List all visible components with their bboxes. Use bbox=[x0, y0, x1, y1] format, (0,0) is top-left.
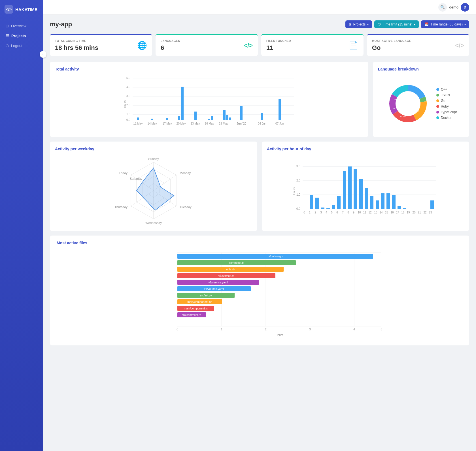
svg-text:11: 11 bbox=[363, 211, 366, 214]
svg-text:main/component.js: main/component.js bbox=[184, 307, 208, 310]
radar-chart-container: Sunday Monday Tuesday Wednesday Thursday… bbox=[55, 155, 252, 226]
svg-text:Monday: Monday bbox=[180, 171, 191, 175]
sidebar-overview-label: Overview bbox=[11, 24, 26, 28]
timerange-chevron: ▾ bbox=[464, 23, 466, 26]
svg-rect-26 bbox=[279, 99, 281, 120]
time-limit-button[interactable]: ⏱ Time limit (15 mins) ▾ bbox=[374, 20, 419, 28]
sidebar-projects-label: Projects bbox=[11, 34, 26, 38]
sidebar-item-projects[interactable]: ☰ Projects bbox=[0, 31, 43, 41]
svg-text:3: 3 bbox=[309, 328, 311, 331]
radar-svg: Sunday Monday Tuesday Wednesday Thursday… bbox=[111, 154, 196, 227]
svg-text:3: 3 bbox=[320, 211, 322, 214]
stat-card-active-lang: MOST ACTIVE LANGUAGE Go </> bbox=[367, 34, 469, 56]
files-svg: ui/button.go commons.ts utils.rb v1/serv… bbox=[57, 250, 462, 337]
total-activity-svg: 5.0 4.0 3.0 2.0 1.0 0.0 Hours bbox=[55, 75, 363, 126]
svg-text:13: 13 bbox=[374, 211, 377, 214]
svg-text:src/controller.rb: src/controller.rb bbox=[182, 313, 201, 317]
svg-text:1.0: 1.0 bbox=[126, 113, 130, 116]
svg-text:11 May: 11 May bbox=[133, 122, 143, 125]
svg-rect-87 bbox=[370, 196, 373, 209]
svg-text:src/init.py: src/init.py bbox=[200, 294, 212, 297]
coding-time-value: 18 hrs 56 mins bbox=[55, 44, 98, 52]
legend-go: Go bbox=[436, 99, 457, 103]
svg-text:Wednesday: Wednesday bbox=[145, 221, 162, 225]
svg-text:17: 17 bbox=[396, 211, 399, 214]
svg-text:Saturday: Saturday bbox=[130, 177, 143, 180]
coding-time-label: TOTAL CODING TIME bbox=[55, 39, 98, 42]
svg-rect-82 bbox=[343, 171, 346, 209]
svg-text:17 May: 17 May bbox=[163, 122, 172, 125]
stat-card-coding-time: TOTAL CODING TIME 18 hrs 56 mins 🌐 bbox=[50, 34, 152, 56]
svg-text:5.0: 5.0 bbox=[126, 76, 130, 80]
svg-text:23: 23 bbox=[429, 211, 432, 214]
avatar: D bbox=[461, 3, 469, 12]
svg-text:0: 0 bbox=[303, 211, 305, 214]
code-icon-active: </> bbox=[455, 42, 464, 49]
donut-chart-container: 18.7% 4.2% 19.7% 22.2% 18.3% 16.9% C++ bbox=[378, 75, 464, 132]
total-activity-chart: 5.0 4.0 3.0 2.0 1.0 0.0 Hours bbox=[55, 75, 363, 126]
svg-rect-79 bbox=[326, 208, 330, 209]
svg-rect-78 bbox=[321, 208, 324, 209]
svg-rect-91 bbox=[392, 195, 396, 209]
svg-text:1: 1 bbox=[221, 328, 222, 331]
svg-rect-17 bbox=[181, 87, 184, 120]
search-icon[interactable]: 🔍 bbox=[438, 3, 447, 12]
svg-text:7: 7 bbox=[342, 211, 344, 214]
svg-rect-21 bbox=[223, 110, 226, 120]
svg-text:6: 6 bbox=[336, 211, 338, 214]
svg-rect-19 bbox=[208, 119, 210, 120]
svg-text:Thursday: Thursday bbox=[114, 205, 128, 209]
languages-label: LANGUAGES bbox=[161, 39, 180, 42]
svg-text:0.0: 0.0 bbox=[296, 207, 300, 210]
svg-text:Friday: Friday bbox=[119, 171, 128, 175]
logout-icon: ⬡ bbox=[6, 44, 9, 48]
svg-rect-94 bbox=[430, 200, 434, 209]
svg-text:3.0: 3.0 bbox=[296, 165, 300, 168]
language-breakdown-title: Language breakdown bbox=[378, 67, 464, 71]
files-label: FILES TOUCHED bbox=[266, 39, 291, 42]
language-breakdown-card: Language breakdown bbox=[373, 62, 469, 137]
svg-rect-18 bbox=[194, 112, 197, 120]
svg-text:26 May: 26 May bbox=[205, 122, 214, 125]
projects-button-icon: ⊞ bbox=[349, 22, 352, 26]
projects-button[interactable]: ⊞ Projects ▾ bbox=[345, 20, 372, 28]
svg-rect-81 bbox=[337, 196, 341, 209]
stat-cards: TOTAL CODING TIME 18 hrs 56 mins 🌐 LANGU… bbox=[50, 34, 469, 56]
svg-rect-85 bbox=[359, 179, 363, 209]
time-limit-label: Time limit (15 mins) bbox=[383, 22, 412, 26]
sidebar-collapse-button[interactable]: ‹ bbox=[40, 51, 46, 58]
svg-text:1: 1 bbox=[309, 211, 311, 214]
svg-text:19.7%: 19.7% bbox=[413, 110, 419, 112]
svg-text:20: 20 bbox=[412, 211, 416, 214]
svg-text:3.0: 3.0 bbox=[126, 95, 130, 98]
svg-rect-80 bbox=[332, 205, 335, 209]
svg-rect-90 bbox=[386, 193, 390, 209]
svg-text:2.0: 2.0 bbox=[296, 179, 300, 182]
svg-rect-92 bbox=[398, 206, 401, 209]
svg-rect-16 bbox=[178, 116, 180, 120]
svg-text:ui/button.go: ui/button.go bbox=[268, 255, 283, 258]
svg-text:0.0: 0.0 bbox=[126, 118, 130, 121]
svg-rect-76 bbox=[310, 195, 313, 209]
sidebar-item-overview[interactable]: ⊞ Overview bbox=[0, 21, 43, 31]
most-active-files-card: Most active files ui/button.go commons.t… bbox=[50, 236, 469, 345]
svg-text:2: 2 bbox=[314, 211, 316, 214]
svg-marker-59 bbox=[137, 168, 174, 210]
app-name: HAKATIME bbox=[15, 7, 37, 12]
files-value: 11 bbox=[266, 44, 291, 52]
svg-text:2.0: 2.0 bbox=[126, 104, 130, 107]
svg-rect-13 bbox=[137, 117, 139, 120]
time-range-button[interactable]: 📅 Time range (30 days) ▾ bbox=[421, 20, 469, 28]
svg-text:main/component.hs: main/component.hs bbox=[187, 300, 212, 303]
svg-text:4.0: 4.0 bbox=[126, 86, 130, 89]
svg-text:23 May: 23 May bbox=[191, 122, 200, 125]
stat-card-languages: LANGUAGES 6 </> bbox=[156, 34, 258, 56]
donut-svg: 18.7% 4.2% 19.7% 22.2% 18.3% 16.9% bbox=[385, 81, 431, 126]
sidebar-item-logout[interactable]: ⬡ Logout bbox=[0, 41, 43, 51]
clock-icon: ⏱ bbox=[378, 22, 381, 26]
page-header: my-app ⊞ Projects ▾ ⏱ Time limit (15 min… bbox=[50, 20, 469, 28]
svg-text:4: 4 bbox=[326, 211, 327, 214]
svg-text:4.2%: 4.2% bbox=[416, 101, 421, 104]
total-activity-title: Total activity bbox=[55, 67, 363, 71]
main-content: 🔍 demo D my-app ⊞ Projects ▾ ⏱ Time limi… bbox=[43, 0, 476, 451]
